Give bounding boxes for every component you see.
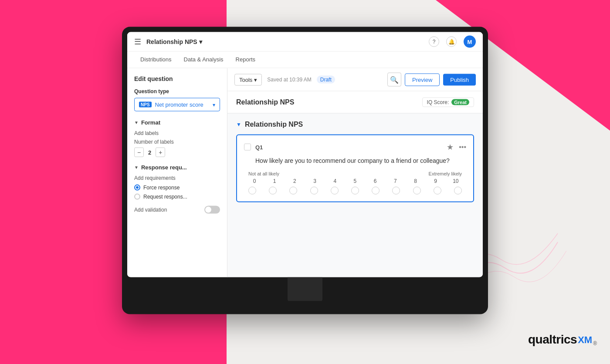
nps-numbers: 0 1 2 3 4 5 6 7 8 9 (248, 178, 462, 184)
request-response-option[interactable]: Request respons... (134, 194, 220, 200)
num-labels-minus-button[interactable]: − (134, 148, 144, 157)
more-options-icon[interactable]: ••• (459, 143, 466, 151)
nps-num-3: 3 (309, 178, 321, 184)
tools-label: Tools (239, 76, 252, 83)
tab-data-analysis[interactable]: Data & Analysis (178, 52, 230, 68)
toolbar-right: 🔍 Preview Publish (387, 73, 476, 87)
nps-num-2: 2 (288, 178, 301, 184)
nps-radio-5[interactable] (351, 187, 359, 195)
nps-radio-3[interactable] (310, 187, 318, 195)
nps-radio-7[interactable] (392, 187, 400, 195)
monitor-screen: ☰ Relationship NPS ▾ ? 🔔 M Distributions… (127, 32, 483, 277)
saved-text: Saved at 10:39 AM (267, 77, 311, 83)
help-icon[interactable]: ? (429, 37, 439, 47)
avatar[interactable]: M (464, 36, 476, 48)
bell-icon[interactable]: 🔔 (446, 37, 457, 47)
section-collapse-icon[interactable]: ▼ (236, 121, 241, 128)
nps-radio-2[interactable] (289, 187, 297, 195)
search-button[interactable]: 🔍 (387, 73, 401, 87)
response-req-section-header[interactable]: ▼ Response requ... (134, 164, 220, 171)
qualtrics-wordmark: qualtrics (528, 333, 577, 347)
qualtrics-logo: qualtrics XM ® (528, 333, 597, 347)
survey-name: Relationship NPS (236, 98, 294, 106)
num-labels-control: − 2 + (134, 148, 220, 157)
monitor-wrapper: ☰ Relationship NPS ▾ ? 🔔 M Distributions… (122, 27, 488, 314)
format-section-header[interactable]: ▼ Format (134, 119, 220, 126)
survey-section-header: ▼ Relationship NPS (236, 121, 474, 128)
survey-header-bar: Relationship NPS IQ Score: Great (227, 91, 483, 114)
publish-button[interactable]: Publish (443, 74, 476, 85)
nps-badge: NPS (139, 102, 152, 108)
tab-distributions[interactable]: Distributions (134, 52, 178, 68)
search-icon: 🔍 (390, 75, 399, 84)
iq-value: Great (451, 99, 469, 105)
response-req-title: Response requ... (141, 164, 187, 171)
panel-title: Edit question (134, 75, 220, 82)
question-type-label: Question type (134, 88, 220, 94)
nps-num-1: 1 (268, 178, 281, 184)
question-checkbox[interactable] (244, 144, 251, 151)
nps-radio-8[interactable] (413, 187, 421, 195)
nps-radio-0[interactable] (248, 187, 256, 195)
nav-survey-title: Relationship NPS (146, 38, 197, 45)
nps-radio-9[interactable] (434, 187, 441, 195)
nps-num-5: 5 (349, 178, 361, 184)
nps-num-10: 10 (450, 178, 462, 184)
question-number: Q1 (255, 144, 447, 150)
nps-radio-1[interactable] (269, 187, 277, 195)
tab-reports[interactable]: Reports (230, 52, 262, 68)
hamburger-icon[interactable]: ☰ (134, 37, 141, 47)
star-icon[interactable]: ★ (447, 142, 454, 152)
navbar: ☰ Relationship NPS ▾ ? 🔔 M (127, 32, 483, 52)
force-response-label: Force response (143, 185, 180, 191)
tools-button[interactable]: Tools ▾ (234, 74, 262, 85)
question-type-value: Net promoter score (155, 101, 209, 108)
nps-radio-10[interactable] (454, 187, 462, 195)
force-response-radio[interactable] (134, 185, 140, 191)
add-labels-label: Add labels (134, 130, 220, 136)
registered-trademark: ® (593, 340, 597, 347)
nps-num-8: 8 (410, 178, 422, 184)
preview-button[interactable]: Preview (405, 73, 440, 86)
main-area: Edit question Question type NPS Net prom… (127, 68, 483, 277)
nps-label-right: Extremely likely (429, 171, 462, 176)
force-response-option[interactable]: Force response (134, 185, 220, 191)
nav-right: ? 🔔 M (429, 36, 476, 48)
nps-labels: Not at all likely Extremely likely (248, 171, 462, 176)
validation-row: Add validation (134, 206, 220, 214)
draft-badge: Draft (317, 76, 335, 84)
iq-label: IQ Score: (427, 99, 449, 105)
add-req-label: Add requirements (134, 175, 220, 181)
monitor-stand-neck (288, 277, 322, 301)
num-labels-value: 2 (148, 149, 151, 155)
validation-toggle[interactable] (204, 206, 220, 214)
survey-content: ▼ Relationship NPS Q1 ★ ••• How like (227, 114, 483, 277)
num-labels-plus-button[interactable]: + (156, 148, 165, 157)
monitor: ☰ Relationship NPS ▾ ? 🔔 M Distributions… (122, 27, 488, 314)
nps-num-7: 7 (389, 178, 401, 184)
nps-radio-6[interactable] (372, 187, 380, 195)
num-labels-label: Number of labels (134, 139, 220, 145)
question-type-chevron-icon: ▾ (213, 101, 215, 108)
question-text: How likely are you to recommend our comp… (244, 157, 466, 164)
nps-scale: Not at all likely Extremely likely 0 1 2… (244, 171, 466, 195)
survey-title-nav: Relationship NPS ▾ (146, 38, 202, 45)
toolbar: Tools ▾ Saved at 10:39 AM Draft 🔍 Previe… (227, 68, 483, 91)
request-response-radio[interactable] (134, 194, 140, 200)
nps-radio-4[interactable] (331, 187, 339, 195)
question-card: Q1 ★ ••• How likely are you to recommend… (236, 135, 474, 202)
validation-label: Add validation (134, 207, 167, 213)
section-name: Relationship NPS (245, 121, 303, 128)
tools-chevron-icon: ▾ (254, 76, 257, 83)
xm-wordmark: XM (578, 334, 592, 346)
nav-chevron-icon[interactable]: ▾ (199, 38, 202, 45)
format-arrow-icon: ▼ (134, 120, 139, 125)
nps-radios (248, 187, 462, 195)
toggle-thumb (205, 207, 211, 213)
format-title: Format (141, 119, 160, 126)
nps-num-0: 0 (248, 178, 261, 184)
question-type-select[interactable]: NPS Net promoter score ▾ (134, 98, 220, 111)
monitor-stand-base (257, 301, 353, 309)
left-panel: Edit question Question type NPS Net prom… (127, 68, 227, 277)
question-card-header: Q1 ★ ••• (244, 142, 466, 152)
